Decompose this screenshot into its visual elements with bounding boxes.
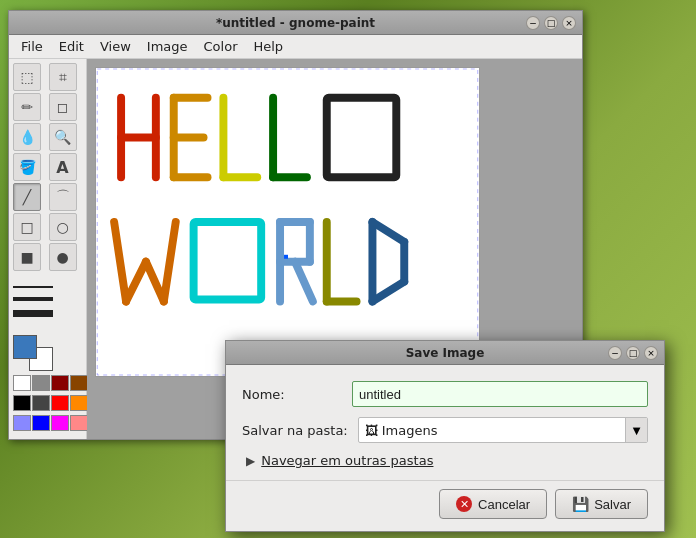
dialog-title: Save Image — [282, 346, 608, 360]
color-red[interactable] — [51, 395, 69, 411]
color-pink[interactable] — [70, 415, 88, 431]
color-lightblue[interactable] — [13, 415, 31, 431]
save-icon: 💾 — [572, 496, 588, 512]
svg-line-13 — [126, 262, 146, 302]
svg-line-21 — [295, 262, 313, 302]
color-orange-dark[interactable] — [70, 375, 88, 391]
color-palette-row1 — [13, 375, 82, 391]
svg-line-27 — [372, 282, 404, 302]
eraser-tool[interactable]: ◻ — [49, 93, 77, 121]
color-black[interactable] — [13, 395, 31, 411]
dialog-title-bar: Save Image − □ × — [226, 341, 664, 365]
save-label: Salvar — [594, 497, 631, 512]
cancel-button[interactable]: ✕ Cancelar — [439, 489, 547, 519]
dialog-buttons: ✕ Cancelar 💾 Salvar — [226, 480, 664, 531]
color-section — [13, 335, 82, 435]
title-bar-buttons: − □ × — [526, 16, 576, 30]
current-colors — [13, 335, 53, 371]
menu-bar: File Edit View Image Color Help — [9, 35, 582, 59]
menu-help[interactable]: Help — [245, 37, 291, 56]
ellipse-filled-tool[interactable]: ● — [49, 243, 77, 271]
select-free-tool[interactable]: ⌗ — [49, 63, 77, 91]
color-gray[interactable] — [32, 375, 50, 391]
color-darkgray[interactable] — [32, 395, 50, 411]
dialog-body: Nome: Salvar na pasta: 🖼 Imagens ▼ ▶ Nav… — [226, 365, 664, 480]
name-label: Nome: — [242, 387, 342, 402]
rect-filled-tool[interactable]: ■ — [13, 243, 41, 271]
stroke-medium[interactable] — [13, 297, 53, 301]
app-title-bar: *untitled - gnome-paint − □ × — [9, 11, 582, 35]
save-button[interactable]: 💾 Salvar — [555, 489, 648, 519]
color-magenta[interactable] — [51, 415, 69, 431]
foreground-color-swatch[interactable] — [13, 335, 37, 359]
ellipse-tool[interactable]: ○ — [49, 213, 77, 241]
svg-rect-11 — [327, 98, 397, 177]
text-tool[interactable]: A — [49, 153, 77, 181]
color-blue[interactable] — [32, 415, 50, 431]
stroke-options — [13, 283, 82, 320]
save-dialog: Save Image − □ × Nome: Salvar na pasta: … — [225, 340, 665, 532]
svg-line-15 — [164, 222, 176, 301]
menu-view[interactable]: View — [92, 37, 139, 56]
svg-rect-29 — [284, 255, 288, 259]
menu-edit[interactable]: Edit — [51, 37, 92, 56]
minimize-button[interactable]: − — [526, 16, 540, 30]
pencil-tool[interactable]: ✏ — [13, 93, 41, 121]
close-button[interactable]: × — [562, 16, 576, 30]
stroke-thick[interactable] — [13, 310, 53, 317]
filename-input[interactable] — [352, 381, 648, 407]
fill-tool[interactable]: 🪣 — [13, 153, 41, 181]
expand-arrow-icon: ▶ — [246, 454, 255, 468]
menu-color[interactable]: Color — [196, 37, 246, 56]
rect-tool[interactable]: □ — [13, 213, 41, 241]
line-tool[interactable]: ╱ — [13, 183, 41, 211]
tool-grid: ⬚ ⌗ ✏ ◻ 💧 🔍 🪣 A ╱ ⌒ □ ○ ■ ● — [13, 63, 82, 271]
folder-label: Salvar na pasta: — [242, 423, 348, 438]
dialog-title-buttons: − □ × — [608, 346, 658, 360]
folder-combo-text: 🖼 Imagens — [359, 423, 625, 438]
folder-value: Imagens — [382, 423, 438, 438]
cancel-icon: ✕ — [456, 496, 472, 512]
color-orange[interactable] — [70, 395, 88, 411]
select-rect-tool[interactable]: ⬚ — [13, 63, 41, 91]
svg-rect-16 — [194, 222, 262, 299]
color-palette-row3 — [13, 415, 82, 431]
eyedropper-tool[interactable]: 💧 — [13, 123, 41, 151]
zoom-tool[interactable]: 🔍 — [49, 123, 77, 151]
dialog-maximize-button[interactable]: □ — [626, 346, 640, 360]
drawing-canvas[interactable] — [95, 67, 480, 377]
cancel-label: Cancelar — [478, 497, 530, 512]
color-white[interactable] — [13, 375, 31, 391]
stroke-thin[interactable] — [13, 286, 53, 288]
curve-tool[interactable]: ⌒ — [49, 183, 77, 211]
color-darkred[interactable] — [51, 375, 69, 391]
expand-label: Navegar em outras pastas — [261, 453, 433, 468]
maximize-button[interactable]: □ — [544, 16, 558, 30]
expand-folders-row[interactable]: ▶ Navegar em outras pastas — [242, 453, 648, 468]
canvas-svg — [96, 68, 479, 376]
app-title: *untitled - gnome-paint — [65, 16, 526, 30]
toolbox: ⬚ ⌗ ✏ ◻ 💧 🔍 🪣 A ╱ ⌒ □ ○ ■ ● — [9, 59, 87, 439]
folder-row: Salvar na pasta: 🖼 Imagens ▼ — [242, 417, 648, 443]
dialog-close-button[interactable]: × — [644, 346, 658, 360]
folder-dropdown-arrow[interactable]: ▼ — [625, 418, 647, 442]
folder-select-combo[interactable]: 🖼 Imagens ▼ — [358, 417, 648, 443]
dialog-minimize-button[interactable]: − — [608, 346, 622, 360]
svg-line-12 — [114, 222, 126, 301]
menu-file[interactable]: File — [13, 37, 51, 56]
svg-line-25 — [372, 222, 404, 242]
color-palette-row2 — [13, 395, 82, 411]
folder-icon: 🖼 — [365, 423, 378, 438]
name-row: Nome: — [242, 381, 648, 407]
menu-image[interactable]: Image — [139, 37, 196, 56]
